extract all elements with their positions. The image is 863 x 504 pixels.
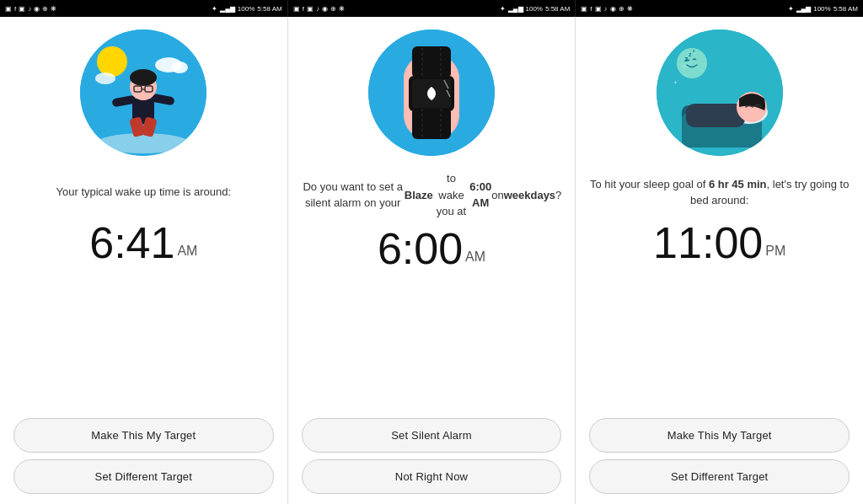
not-now-button[interactable]: Not Right Now	[302, 459, 562, 494]
wake-time-display: 6:41 AM	[89, 221, 197, 265]
svg-point-5	[97, 133, 190, 153]
status-bar-center: ▣f▣♪◉⊕❋ ✦▂▄▆100%5:58 AM	[288, 0, 576, 17]
wake-description: Your typical wake up time is around:	[56, 170, 232, 214]
wake-illustration-bg	[80, 29, 206, 156]
sleep-time-value: 11:00	[653, 221, 763, 265]
illustration-wake	[76, 25, 211, 160]
sleep-illustration-bg: ✦ ✦ ✦	[657, 29, 783, 156]
svg-point-12	[130, 69, 157, 86]
sleep-description: To hit your sleep goal of 6 hr 45 min, l…	[589, 170, 850, 214]
sleep-time-display: 11:00 PM	[653, 221, 785, 265]
alarm-buttons: Set Silent Alarm Not Right Now	[302, 418, 562, 494]
status-icons-right: ▣f▣♪◉⊕❋	[581, 5, 632, 13]
alarm-description: Do you want to set a silent alarm on you…	[302, 170, 562, 220]
set-different-button-1[interactable]: Set Different Target	[13, 459, 274, 494]
wake-time-value: 6:41	[89, 221, 174, 265]
wake-time-ampm: AM	[177, 244, 197, 258]
status-bar-right: ▣f▣♪◉⊕❋ ✦▂▄▆100%5:58 AM	[576, 0, 863, 17]
sleep-buttons: Make This My Target Set Different Target	[589, 418, 850, 494]
alarm-time-ampm: AM	[465, 250, 485, 264]
status-icons-center: ▣f▣♪◉⊕❋	[293, 5, 345, 13]
illustration-alarm	[364, 25, 499, 160]
alarm-time-display: 6:00 AM	[378, 227, 485, 271]
status-icons-left: ▣f▣♪◉⊕❋	[5, 5, 56, 13]
panel-sleep: ✦ ✦ ✦	[576, 17, 863, 504]
svg-point-37	[677, 48, 707, 78]
svg-point-1	[97, 46, 127, 77]
illustration-sleep: ✦ ✦ ✦	[652, 25, 787, 160]
status-right-right: ✦▂▄▆100%5:58 AM	[788, 5, 859, 13]
panel-wake-time: Your typical wake up time is around: 6:4…	[0, 17, 288, 504]
alarm-time-value: 6:00	[378, 227, 463, 271]
main-content: Your typical wake up time is around: 6:4…	[0, 17, 863, 504]
panel-alarm: Do you want to set a silent alarm on you…	[288, 17, 576, 504]
set-different-button-2[interactable]: Set Different Target	[589, 459, 850, 494]
svg-rect-35	[686, 104, 745, 127]
make-target-button-2[interactable]: Make This My Target	[589, 418, 850, 453]
status-bar-left: ▣f▣♪◉⊕❋ ✦▂▄▆100%5:58 AM	[0, 0, 288, 17]
set-alarm-button[interactable]: Set Silent Alarm	[302, 418, 562, 453]
wake-buttons: Make This My Target Set Different Target	[13, 418, 274, 494]
svg-point-3	[171, 62, 188, 73]
sleep-time-ampm: PM	[765, 244, 785, 258]
make-target-button-1[interactable]: Make This My Target	[13, 418, 274, 453]
status-right-left: ✦▂▄▆100%5:58 AM	[212, 5, 282, 13]
svg-rect-18	[412, 46, 451, 78]
alarm-illustration-bg	[368, 29, 495, 156]
svg-text:z: z	[689, 51, 692, 57]
status-bars: ▣f▣♪◉⊕❋ ✦▂▄▆100%5:58 AM ▣f▣♪◉⊕❋ ✦▂▄▆100%…	[0, 0, 863, 17]
svg-rect-19	[412, 107, 451, 139]
svg-point-4	[95, 72, 115, 84]
status-right-center: ✦▂▄▆100%5:58 AM	[500, 5, 571, 13]
svg-text:✦: ✦	[673, 80, 678, 85]
